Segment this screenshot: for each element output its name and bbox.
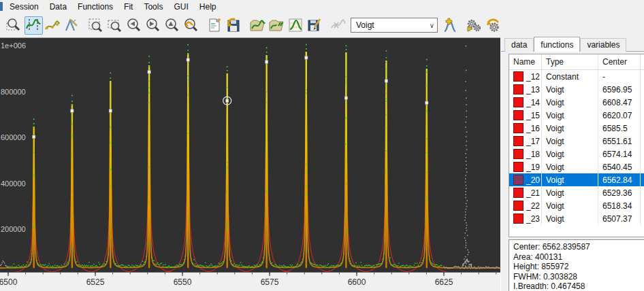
plot-area[interactable]: 1e+006800000600000400000200000	[0, 37, 500, 272]
data-editor-button[interactable]	[287, 16, 305, 35]
menu-gui[interactable]: GUI	[168, 1, 193, 13]
data-point	[408, 267, 408, 267]
inactive-data-point	[496, 267, 497, 267]
peak-top-marker[interactable]	[71, 109, 74, 112]
peak-top-marker[interactable]	[344, 97, 347, 99]
menu-tools[interactable]: Tools	[138, 1, 168, 13]
function-color-swatch[interactable]	[513, 149, 524, 159]
peak-top-marker[interactable]	[425, 101, 428, 104]
peak-top-marker[interactable]	[385, 80, 387, 82]
menu-data[interactable]: Data	[44, 1, 72, 13]
data-point	[346, 218, 347, 219]
data-point	[195, 265, 196, 266]
data-point	[379, 264, 379, 264]
menu-session[interactable]: Session	[4, 1, 44, 13]
add-peak-mode-button[interactable]	[44, 16, 62, 35]
function-center: 6608.47	[598, 96, 641, 109]
function-mode-button[interactable]	[63, 16, 81, 35]
peak-top-marker[interactable]	[33, 135, 35, 138]
function-row-_15[interactable]: _15Voigt6620.07	[509, 109, 644, 122]
data-point	[287, 267, 288, 267]
peak-top-marker[interactable]	[187, 58, 189, 61]
function-row-_21[interactable]: _21Voigt6529.36	[509, 186, 644, 199]
tab-functions[interactable]: functions	[534, 37, 580, 52]
data-point	[306, 92, 306, 93]
export-data-button[interactable]	[306, 16, 324, 35]
function-row-_17[interactable]: _17Voigt6551.61	[509, 135, 644, 148]
menu-functions[interactable]: Functions	[72, 1, 118, 13]
peak-top-marker[interactable]	[226, 99, 229, 102]
column-header-name[interactable]: Name	[509, 54, 542, 69]
inactive-data-point	[484, 268, 485, 269]
function-color-swatch[interactable]	[513, 213, 524, 224]
function-color-swatch[interactable]	[513, 97, 524, 107]
function-color-swatch[interactable]	[513, 110, 524, 120]
run-fit-button[interactable]	[465, 16, 483, 35]
undo-fit-button[interactable]	[484, 16, 502, 35]
column-header-type[interactable]: Type	[542, 54, 598, 69]
load-data-button[interactable]	[248, 16, 267, 35]
data-point	[112, 256, 113, 257]
spectrum-plot[interactable]: 1e+006800000600000400000200000	[0, 38, 500, 272]
function-color-swatch[interactable]	[513, 84, 524, 95]
inactive-data-point	[465, 265, 466, 267]
function-row-_20[interactable]: _20Voigt6562.84	[509, 173, 644, 186]
scroll-right-button[interactable]	[144, 16, 162, 35]
peak-top-marker[interactable]	[265, 61, 268, 63]
functions-table[interactable]: NameTypeCenter_12Constant-_13Voigt6596.9…	[509, 54, 644, 237]
function-color-swatch[interactable]	[513, 162, 524, 172]
function-color-swatch[interactable]	[513, 71, 524, 82]
previous-zoom-button[interactable]	[182, 16, 200, 35]
load-data-custom-button[interactable]	[268, 16, 286, 35]
function-color-swatch[interactable]	[513, 123, 524, 133]
zoom-vertical-button[interactable]	[106, 16, 124, 35]
function-row-_12[interactable]: _12Constant-	[509, 70, 644, 83]
tab-variables[interactable]: variables	[580, 38, 626, 52]
data-range-mode-button[interactable]	[25, 16, 43, 35]
function-color-swatch[interactable]	[513, 188, 524, 198]
function-type-select[interactable]: Voigt∨	[351, 18, 438, 33]
data-point	[78, 264, 79, 265]
peak-wand-icon	[63, 17, 80, 33]
column-header-center[interactable]: Center	[598, 54, 641, 69]
inactive-data-point	[443, 266, 444, 267]
function-row-_16[interactable]: _16Voigt6585.5	[509, 122, 644, 135]
data-point	[374, 267, 375, 267]
data-point	[33, 126, 34, 127]
function-row-_14[interactable]: _14Voigt6608.47	[509, 96, 644, 109]
function-row-_19[interactable]: _19Voigt6540.45	[509, 160, 644, 173]
data-point	[14, 264, 14, 264]
function-row-_22[interactable]: _22Voigt6518.34	[509, 199, 644, 212]
data-point	[276, 264, 276, 265]
inactive-data-point	[466, 104, 467, 105]
script-editor-button[interactable]	[206, 16, 224, 35]
data-point	[81, 265, 82, 266]
data-point	[202, 265, 202, 266]
function-color-swatch[interactable]	[513, 136, 524, 146]
zoom-all-button[interactable]	[86, 16, 105, 35]
peak-top-marker[interactable]	[305, 56, 308, 59]
peak-top-marker[interactable]	[109, 109, 112, 112]
data-point	[248, 266, 248, 267]
data-point	[80, 266, 81, 267]
function-color-swatch[interactable]	[513, 201, 524, 211]
auto-add-peak-button[interactable]	[441, 16, 460, 35]
y-tick-label: 600000	[1, 133, 26, 141]
data-point	[255, 265, 256, 266]
zoom-mode-button[interactable]	[5, 16, 24, 35]
function-row-_23[interactable]: _23Voigt6507.37	[509, 212, 644, 225]
peak-top-marker[interactable]	[148, 71, 150, 73]
tab-data[interactable]: data	[504, 38, 534, 52]
save-session-button[interactable]	[225, 16, 243, 35]
menu-fit[interactable]: Fit	[118, 1, 138, 13]
scroll-left-button[interactable]	[125, 16, 143, 35]
menu-help[interactable]: Help	[194, 1, 222, 13]
inactive-data-point	[466, 209, 467, 210]
data-point	[423, 258, 424, 258]
inactive-data-point	[445, 267, 446, 268]
scroll-up-button[interactable]	[163, 16, 181, 35]
inactive-data-point	[457, 266, 458, 267]
function-color-swatch[interactable]	[513, 175, 524, 185]
function-row-_13[interactable]: _13Voigt6596.95	[509, 83, 644, 96]
function-row-_18[interactable]: _18Voigt6574.14	[509, 148, 644, 160]
